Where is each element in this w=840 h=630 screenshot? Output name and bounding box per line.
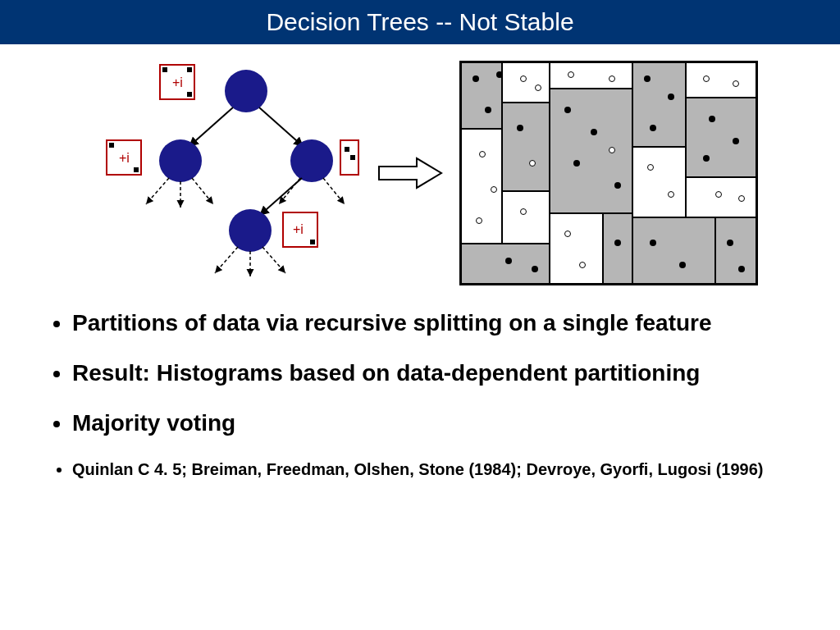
bullet-list: Partitions of data via recursive splitti… bbox=[49, 308, 791, 480]
figure-row: +i +i bbox=[0, 54, 840, 292]
svg-rect-21 bbox=[310, 240, 315, 244]
svg-line-18 bbox=[323, 178, 345, 204]
svg-line-6 bbox=[259, 107, 304, 147]
svg-rect-3 bbox=[187, 92, 192, 97]
split-box-icon: +i bbox=[160, 65, 194, 99]
svg-line-16 bbox=[192, 178, 213, 204]
svg-text:+i: +i bbox=[119, 151, 130, 165]
svg-rect-11 bbox=[340, 140, 358, 175]
decision-tree-figure: +i +i bbox=[82, 58, 361, 288]
bullet-result: Result: Histograms based on data-depende… bbox=[72, 358, 791, 387]
bullet-majority: Majority voting bbox=[72, 409, 791, 437]
svg-rect-1 bbox=[162, 67, 167, 72]
svg-rect-9 bbox=[134, 167, 139, 172]
svg-line-25 bbox=[262, 247, 285, 273]
tree-node-right bbox=[290, 139, 333, 182]
tree-node-lower bbox=[229, 209, 272, 252]
svg-line-5 bbox=[189, 107, 233, 147]
arrow-right-icon bbox=[377, 155, 443, 191]
leaf-box-icon bbox=[340, 140, 358, 175]
svg-text:+i: +i bbox=[293, 222, 304, 236]
partition-figure bbox=[459, 61, 758, 285]
bullet-partitions: Partitions of data via recursive splitti… bbox=[72, 308, 791, 337]
tree-node-left bbox=[159, 139, 202, 182]
split-box-icon: +i bbox=[107, 140, 141, 175]
bullet-citations: Quinlan C 4. 5; Breiman, Freedman, Olshe… bbox=[72, 459, 791, 480]
tree-node-root bbox=[225, 70, 267, 112]
svg-line-14 bbox=[146, 178, 169, 204]
svg-line-23 bbox=[215, 247, 238, 273]
split-box-icon: +i bbox=[283, 212, 317, 247]
svg-rect-12 bbox=[345, 147, 349, 152]
slide-title-bar: Decision Trees -- Not Stable bbox=[0, 0, 840, 44]
svg-text:+i: +i bbox=[172, 75, 183, 89]
svg-rect-2 bbox=[187, 67, 192, 72]
slide-title: Decision Trees -- Not Stable bbox=[266, 8, 573, 36]
svg-rect-13 bbox=[350, 155, 355, 160]
svg-rect-8 bbox=[109, 143, 114, 148]
svg-line-19 bbox=[259, 178, 302, 216]
